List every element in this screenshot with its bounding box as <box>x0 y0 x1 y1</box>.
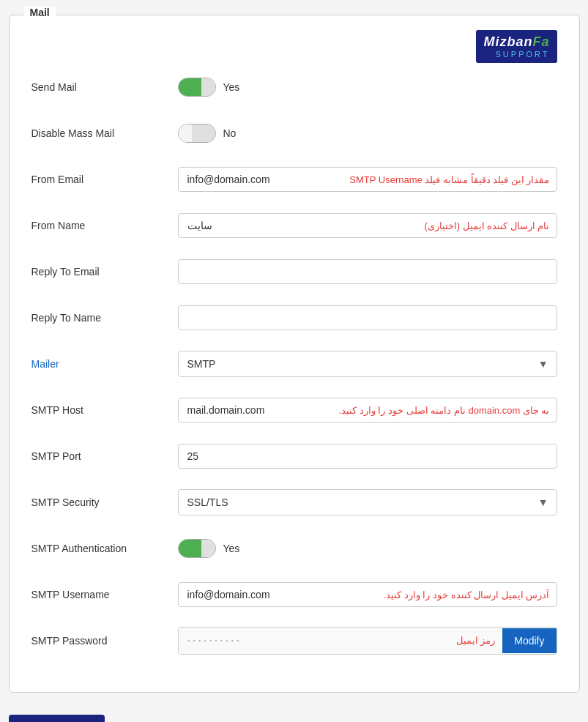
mailer-label: Mailer <box>31 358 178 370</box>
smtp-security-row: SMTP Security SSL/TLS STARTTLS None ▼ <box>31 485 557 518</box>
reply-to-name-control <box>178 305 557 330</box>
reply-to-email-label: Reply To Email <box>31 266 178 278</box>
from-name-control: نام ارسال کننده ایمیل (اختیاری) <box>178 213 557 238</box>
toggle-on-part <box>179 78 201 96</box>
mailer-select-wrapper: SMTP PHP Mail Sendmail ▼ <box>178 351 557 377</box>
from-email-input-wrapper: مقدار این فیلد دقیقاً مشابه فیلد SMTP Us… <box>178 167 557 192</box>
smtp-username-label: SMTP Username <box>31 589 178 600</box>
fieldset-title: Mail <box>24 7 56 18</box>
from-email-input[interactable] <box>178 167 557 192</box>
from-name-input[interactable] <box>178 213 557 238</box>
from-email-control: مقدار این فیلد دقیقاً مشابه فیلد SMTP Us… <box>178 167 557 192</box>
from-name-input-wrapper: نام ارسال کننده ایمیل (اختیاری) <box>178 213 557 238</box>
reply-to-email-input[interactable] <box>178 259 557 284</box>
logo-area: MizbanFa SUPPORT <box>31 30 557 63</box>
toggle-handle <box>201 78 215 96</box>
smtp-host-input-wrapper: به جای domain.com نام دامنه اصلی خود را … <box>178 398 557 423</box>
smtp-password-dots: ·········· <box>179 628 449 654</box>
smtp-auth-label: SMTP Authentication <box>31 543 178 554</box>
smtp-auth-row: SMTP Authentication Yes <box>31 532 557 565</box>
smtp-security-select[interactable]: SSL/TLS STARTTLS None <box>178 489 557 516</box>
send-mail-toggle[interactable] <box>178 78 216 97</box>
mail-form-container: Mail MizbanFa SUPPORT Send Mail Yes Disa… <box>9 15 580 693</box>
bottom-area: Send Test Mail <box>9 693 580 722</box>
toggle-off-left-part <box>179 124 193 142</box>
send-mail-control: Yes <box>178 78 557 97</box>
smtp-password-control: ·········· رمز ایمیل Modify <box>178 627 557 655</box>
smtp-password-modify-button[interactable]: Modify <box>502 628 556 653</box>
mailer-row: Mailer SMTP PHP Mail Sendmail ▼ <box>31 347 557 380</box>
send-mail-row: Send Mail Yes <box>31 70 557 103</box>
smtp-password-field-wrapper: ·········· رمز ایمیل Modify <box>178 627 557 655</box>
smtp-auth-toggle-label: Yes <box>223 543 240 554</box>
send-mail-toggle-row: Yes <box>178 78 557 97</box>
smtp-security-select-wrapper: SSL/TLS STARTTLS None ▼ <box>178 489 557 516</box>
smtp-username-control: آدرس ایمیل ارسال کننده خود را وارد کنید. <box>178 582 557 607</box>
smtp-username-input-wrapper: آدرس ایمیل ارسال کننده خود را وارد کنید. <box>178 582 557 607</box>
disable-mass-mail-toggle[interactable] <box>178 124 216 143</box>
from-name-label: From Name <box>31 220 178 231</box>
smtp-host-control: به جای domain.com نام دامنه اصلی خود را … <box>178 398 557 423</box>
logo-text-fa: Fa <box>532 34 549 49</box>
smtp-port-row: SMTP Port <box>31 439 557 472</box>
from-name-row: From Name نام ارسال کننده ایمیل (اختیاری… <box>31 209 557 242</box>
reply-to-name-label: Reply To Name <box>31 312 178 324</box>
disable-mass-mail-row: Disable Mass Mail No <box>31 116 557 149</box>
disable-mass-mail-label: Disable Mass Mail <box>31 127 178 139</box>
logo-text: MizbanFa <box>483 34 549 50</box>
smtp-auth-toggle-on <box>179 540 201 557</box>
smtp-host-input[interactable] <box>178 398 557 423</box>
disable-mass-mail-control: No <box>178 124 557 143</box>
mailer-select[interactable]: SMTP PHP Mail Sendmail <box>178 351 557 377</box>
send-mail-toggle-label: Yes <box>223 81 240 93</box>
smtp-security-control: SSL/TLS STARTTLS None ▼ <box>178 489 557 516</box>
smtp-auth-toggle[interactable] <box>178 539 216 558</box>
reply-to-name-input[interactable] <box>178 305 557 330</box>
logo-text-mizban: Mizban <box>483 34 532 49</box>
smtp-auth-control: Yes <box>178 539 557 558</box>
logo-sub: SUPPORT <box>496 50 550 59</box>
smtp-port-input[interactable] <box>178 444 557 469</box>
from-email-row: From Email مقدار این فیلد دقیقاً مشابه ف… <box>31 163 557 196</box>
mailer-control: SMTP PHP Mail Sendmail ▼ <box>178 351 557 377</box>
smtp-password-row: SMTP Password ·········· رمز ایمیل Modif… <box>31 624 557 657</box>
reply-to-email-row: Reply To Email <box>31 255 557 288</box>
smtp-port-control <box>178 444 557 469</box>
send-test-mail-button[interactable]: Send Test Mail <box>9 715 105 722</box>
logo-box: MizbanFa SUPPORT <box>476 30 557 63</box>
reply-to-name-row: Reply To Name <box>31 301 557 334</box>
smtp-port-label: SMTP Port <box>31 450 178 462</box>
smtp-host-label: SMTP Host <box>31 404 178 416</box>
disable-mass-mail-toggle-row: No <box>178 124 557 143</box>
disable-mass-mail-toggle-label: No <box>223 127 237 139</box>
smtp-security-label: SMTP Security <box>31 496 178 508</box>
toggle-off-right-part <box>192 124 215 142</box>
smtp-host-row: SMTP Host به جای domain.com نام دامنه اص… <box>31 393 557 426</box>
from-email-label: From Email <box>31 174 178 185</box>
smtp-username-row: SMTP Username آدرس ایمیل ارسال کننده خود… <box>31 578 557 611</box>
reply-to-email-control <box>178 259 557 284</box>
smtp-password-hint: رمز ایمیل <box>449 635 503 646</box>
smtp-auth-toggle-handle <box>201 540 215 557</box>
smtp-auth-toggle-row: Yes <box>178 539 557 558</box>
smtp-username-input[interactable] <box>178 582 557 607</box>
send-mail-label: Send Mail <box>31 81 178 93</box>
smtp-password-label: SMTP Password <box>31 635 178 647</box>
